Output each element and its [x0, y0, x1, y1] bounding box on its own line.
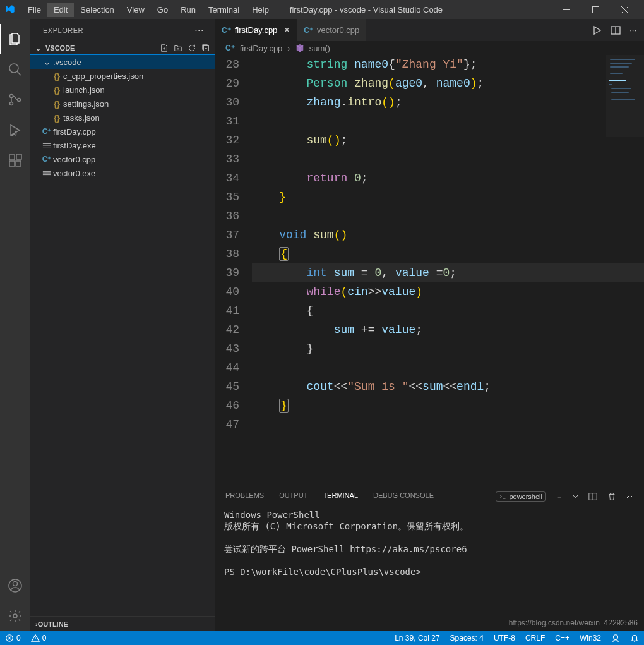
status-bar: 0 0 Ln 39, Col 27 Spaces: 4 UTF-8 CRLF C… [0, 631, 644, 645]
close-button[interactable] [610, 0, 639, 19]
workspace-root[interactable]: ⌄VSCODE [30, 41, 215, 55]
menu-view[interactable]: View [121, 3, 151, 17]
run-icon[interactable] [592, 25, 602, 35]
cpp-file-icon: C⁺ [222, 26, 231, 35]
status-language[interactable]: C++ [550, 634, 575, 642]
source-control-tab-icon[interactable] [0, 85, 30, 115]
workspace-root-label: VSCODE [45, 44, 75, 52]
outline-section[interactable]: › OUTLINE [30, 616, 215, 631]
file-label: tasks.json [63, 113, 100, 123]
close-tab-icon[interactable]: ✕ [283, 25, 290, 35]
new-file-icon[interactable] [160, 44, 169, 52]
new-folder-icon[interactable] [174, 44, 182, 52]
menu-selection[interactable]: Selection [74, 3, 120, 17]
settings-gear-icon[interactable] [0, 601, 30, 631]
file-label: c_cpp_properties.json [63, 71, 143, 81]
file-item[interactable]: {}c_cpp_properties.json [30, 69, 215, 83]
chevron-down-icon: ⌄ [40, 57, 53, 67]
line-number-gutter: 2829303132333435363738394041424344454647 [215, 55, 252, 434]
minimap[interactable] [606, 55, 644, 137]
explorer-sidebar: EXPLORER ··· ⌄VSCODE ⌄ .vscode {}c_cpp_p… [30, 19, 215, 631]
editor-actions: ··· [584, 19, 644, 41]
panel-tab-output[interactable]: OUTPUT [279, 491, 307, 502]
shell-selector[interactable]: powershell [496, 491, 546, 502]
file-tree: ⌄ .vscode {}c_cpp_properties.json{}launc… [30, 55, 215, 180]
more-actions-icon[interactable]: ··· [629, 25, 636, 35]
svg-point-3 [10, 95, 13, 98]
file-item[interactable]: C⁺firstDay.cpp [30, 124, 215, 138]
file-item[interactable]: C⁺vector0.cpp [30, 152, 215, 166]
maximize-button[interactable] [581, 0, 610, 19]
kill-terminal-icon[interactable] [607, 492, 616, 501]
split-terminal-icon[interactable] [588, 492, 597, 501]
bottom-panel: PROBLEMSOUTPUTTERMINALDEBUG CONSOLE powe… [215, 486, 644, 631]
run-debug-tab-icon[interactable] [0, 115, 30, 145]
code-editor[interactable]: 2829303132333435363738394041424344454647… [215, 55, 644, 486]
file-item[interactable]: {}launch.json [30, 83, 215, 97]
explorer-header: EXPLORER ··· [30, 19, 215, 41]
refresh-icon[interactable] [188, 44, 196, 52]
status-errors[interactable]: 0 [0, 634, 26, 642]
terminal-dropdown-icon[interactable] [573, 495, 578, 498]
status-encoding[interactable]: UTF-8 [489, 634, 520, 642]
split-editor-icon[interactable] [611, 25, 621, 35]
file-item[interactable]: firstDay.exe [30, 138, 215, 152]
explorer-title: EXPLORER [43, 27, 83, 34]
status-cursor[interactable]: Ln 39, Col 27 [390, 634, 444, 642]
svg-point-4 [10, 102, 13, 105]
new-terminal-icon[interactable]: ＋ [556, 492, 563, 502]
extensions-tab-icon[interactable] [0, 145, 30, 176]
breadcrumbs[interactable]: C⁺ firstDay.cpp › sum() [215, 41, 644, 55]
editor-tabs: C⁺firstDay.cpp✕C⁺vector0.cpp ··· [215, 19, 644, 41]
explorer-tab-icon[interactable] [0, 24, 30, 54]
window-controls [552, 0, 639, 19]
panel-tabs: PROBLEMSOUTPUTTERMINALDEBUG CONSOLE powe… [215, 486, 644, 507]
folder-vscode[interactable]: ⌄ .vscode [30, 55, 215, 69]
menu-edit[interactable]: Edit [47, 3, 74, 17]
status-spaces[interactable]: Spaces: 4 [445, 634, 489, 642]
code-lines[interactable]: string name0{"Zhang Yi"}; Person zhang(a… [252, 55, 644, 434]
file-item[interactable]: vector0.exe [30, 166, 215, 180]
accounts-icon[interactable] [0, 570, 30, 601]
menu-go[interactable]: Go [151, 3, 174, 17]
title-bar: FileEditSelectionViewGoRunTerminalHelp f… [0, 0, 644, 19]
collapse-all-icon[interactable] [201, 44, 210, 52]
vscode-logo-icon [5, 4, 16, 15]
svg-rect-0 [563, 9, 570, 10]
cpp-file-icon: C⁺ [40, 127, 53, 136]
minimize-button[interactable] [552, 0, 581, 19]
status-notifications-icon[interactable] [625, 634, 644, 642]
file-label: firstDay.cpp [53, 127, 96, 136]
menu-file[interactable]: File [21, 3, 47, 17]
panel-tab-terminal[interactable]: TERMINAL [323, 491, 358, 502]
panel-tab-debug-console[interactable]: DEBUG CONSOLE [373, 491, 434, 502]
status-feedback-icon[interactable] [606, 634, 625, 642]
file-item[interactable]: {}settings.json [30, 97, 215, 111]
svg-point-12 [13, 614, 17, 618]
svg-rect-9 [16, 154, 21, 159]
status-platform[interactable]: Win32 [575, 634, 606, 642]
panel-chevron-up-icon[interactable] [626, 494, 634, 499]
svg-rect-7 [9, 161, 15, 166]
search-tab-icon[interactable] [0, 54, 30, 85]
panel-tab-problems[interactable]: PROBLEMS [225, 491, 264, 502]
watermark-text: https://blog.csdn.net/weixin_42292586 [509, 618, 638, 627]
status-warnings[interactable]: 0 [26, 634, 52, 642]
status-eol[interactable]: CRLF [520, 634, 550, 642]
file-label: launch.json [63, 85, 105, 95]
editor-tab[interactable]: C⁺vector0.cpp [297, 19, 366, 41]
tab-label: firstDay.cpp [235, 25, 278, 35]
file-label: vector0.cpp [53, 155, 95, 164]
file-item[interactable]: {}tasks.json [30, 111, 215, 124]
file-label: vector0.exe [53, 169, 95, 178]
json-file-icon: {} [51, 71, 63, 81]
editor-tab[interactable]: C⁺firstDay.cpp✕ [215, 19, 297, 41]
breadcrumb-file[interactable]: firstDay.cpp [240, 44, 283, 53]
breadcrumb-symbol[interactable]: sum() [309, 44, 330, 53]
file-label: settings.json [63, 99, 109, 109]
method-icon [295, 44, 304, 52]
svg-rect-8 [16, 161, 21, 166]
terminal-body[interactable]: Windows PowerShell 版权所有 (C) Microsoft Co… [215, 507, 644, 631]
explorer-more-icon[interactable]: ··· [194, 25, 204, 36]
cpp-file-icon: C⁺ [304, 26, 313, 35]
